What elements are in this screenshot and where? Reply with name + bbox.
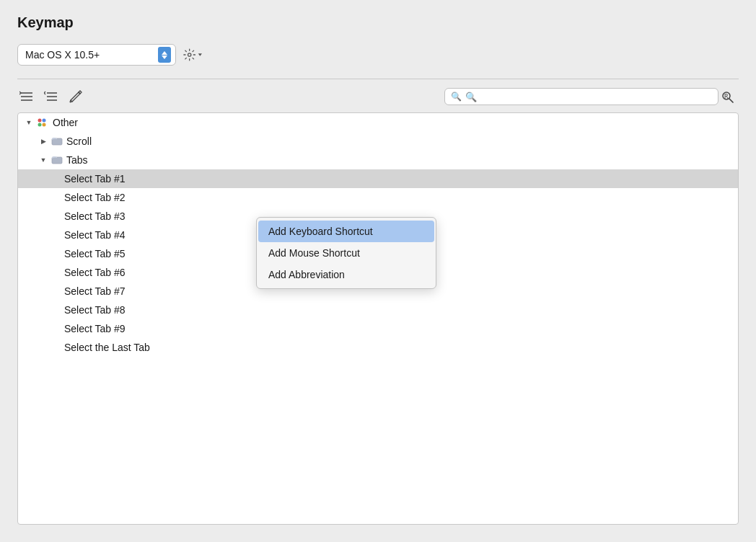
find-in-path-icon: R — [721, 89, 737, 104]
tab5-label: Select Tab #5 — [64, 248, 126, 259]
tab2-label: Select Tab #2 — [64, 192, 126, 203]
tab9-label: Select Tab #9 — [64, 323, 126, 334]
find-in-path-button[interactable]: R — [718, 88, 739, 105]
pencil-icon — [69, 90, 82, 103]
tab3-label: Select Tab #3 — [64, 210, 126, 222]
add-abbreviation-label: Add Abbreviation — [268, 269, 345, 280]
svg-rect-17 — [52, 138, 62, 145]
tab8-label: Select Tab #8 — [64, 304, 126, 316]
add-keyboard-shortcut-label: Add Keyboard Shortcut — [268, 226, 373, 237]
tree-item-tab2[interactable]: Select Tab #2 — [18, 188, 738, 207]
context-menu: Add Keyboard Shortcut Add Mouse Shortcut… — [256, 217, 436, 289]
arrow-down-icon — [162, 55, 167, 59]
svg-point-14 — [43, 119, 46, 123]
tree-item-tabs[interactable]: Tabs — [18, 151, 738, 169]
svg-point-0 — [188, 53, 190, 56]
collapse-all-button[interactable] — [42, 89, 61, 105]
tree-item-tab8[interactable]: Select Tab #8 — [18, 301, 738, 319]
action-row: 🔍 R — [17, 88, 739, 105]
action-icons — [17, 89, 444, 105]
tabs-folder-icon — [51, 154, 63, 166]
tab4-label: Select Tab #4 — [64, 229, 126, 241]
svg-marker-1 — [198, 53, 202, 55]
tabs-label: Tabs — [66, 154, 88, 166]
edit-button[interactable] — [66, 89, 85, 105]
svg-point-16 — [43, 123, 46, 127]
arrow-up-icon — [162, 51, 167, 55]
svg-point-15 — [38, 123, 42, 127]
context-menu-item-add-keyboard[interactable]: Add Keyboard Shortcut — [258, 221, 434, 242]
other-label: Other — [53, 117, 78, 128]
page-title: Keymap — [17, 14, 739, 31]
expand-scroll-icon[interactable] — [38, 136, 48, 146]
svg-text:R: R — [724, 93, 729, 100]
search-icon: 🔍 — [451, 92, 462, 102]
svg-rect-18 — [52, 157, 62, 164]
expand-tabs-icon[interactable] — [38, 155, 48, 165]
svg-point-13 — [38, 119, 42, 123]
tree-item-tablast[interactable]: Select the Last Tab — [18, 338, 738, 357]
tablast-label: Select the Last Tab — [64, 342, 150, 353]
tree-item-tab1[interactable]: Select Tab #1 — [18, 169, 738, 188]
tab1-label: Select Tab #1 — [64, 173, 126, 185]
expand-other-icon[interactable] — [24, 117, 34, 128]
search-box[interactable]: 🔍 — [444, 88, 718, 105]
spinner-button[interactable] — [158, 47, 171, 63]
tree-item-scroll[interactable]: Scroll — [18, 132, 738, 151]
tab6-label: Select Tab #6 — [64, 267, 126, 278]
keymap-select-text: Mac OS X 10.5+ — [25, 49, 158, 61]
keymap-panel: Keymap Mac OS X 10.5+ — [0, 0, 756, 542]
context-menu-item-add-mouse[interactable]: Add Mouse Shortcut — [257, 242, 436, 264]
expand-all-icon — [19, 90, 34, 103]
other-dots-icon — [37, 117, 48, 128]
tab7-label: Select Tab #7 — [64, 285, 126, 297]
gear-icon — [183, 48, 195, 62]
scroll-folder-icon — [51, 136, 63, 148]
divider — [17, 79, 739, 79]
tree-item-tab9[interactable]: Select Tab #9 — [18, 319, 738, 338]
gear-button[interactable] — [183, 45, 203, 65]
toolbar-row: Mac OS X 10.5+ — [17, 44, 739, 66]
dropdown-arrow-icon — [197, 51, 203, 58]
scroll-label: Scroll — [66, 136, 92, 147]
tree-item-other[interactable]: Other — [18, 113, 738, 132]
search-input[interactable] — [465, 92, 712, 102]
expand-all-button[interactable] — [17, 89, 36, 105]
keymap-select[interactable]: Mac OS X 10.5+ — [17, 44, 176, 66]
add-mouse-shortcut-label: Add Mouse Shortcut — [268, 247, 360, 259]
svg-line-11 — [729, 99, 733, 102]
collapse-all-icon — [44, 90, 58, 103]
context-menu-item-add-abbreviation[interactable]: Add Abbreviation — [257, 264, 436, 285]
tree-panel[interactable]: Other Scroll Tabs — [17, 112, 739, 525]
